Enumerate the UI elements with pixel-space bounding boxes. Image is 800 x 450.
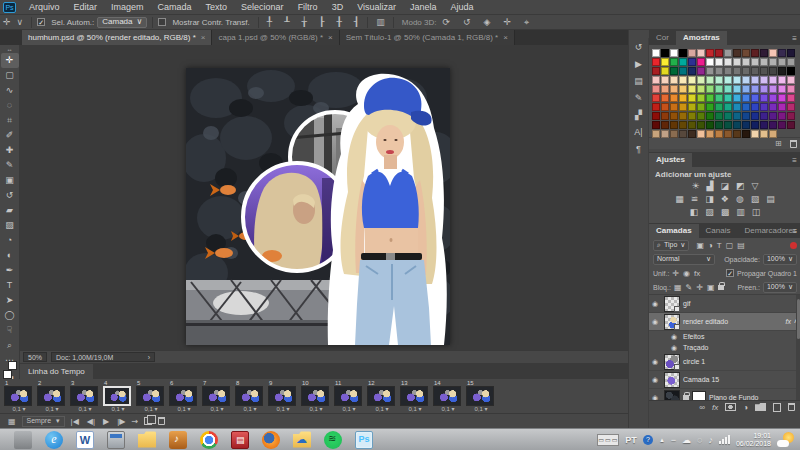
layer-row-plano-de-fundo[interactable]: ◉Plano de Fundo [649, 389, 800, 400]
touch-keyboard-icon[interactable]: ▭▭▭ [597, 434, 619, 446]
visibility-eye-icon[interactable]: ◉ [652, 358, 661, 366]
swatch-9-3[interactable] [679, 130, 687, 138]
swatch-0-5[interactable] [697, 49, 705, 57]
swatch-1-9[interactable] [733, 58, 741, 66]
type-tool[interactable]: T [1, 278, 19, 293]
swatch-1-14[interactable] [778, 58, 786, 66]
swatch-2-3[interactable] [679, 67, 687, 75]
swatch-0-11[interactable] [751, 49, 759, 57]
swatch-5-13[interactable] [769, 94, 777, 102]
swatch-4-2[interactable] [670, 85, 678, 93]
color-lookup-icon[interactable]: ▧ [751, 194, 760, 205]
swatch-2-11[interactable] [751, 67, 759, 75]
eyedropper-tool[interactable]: ✐ [1, 128, 19, 143]
swatch-7-1[interactable] [661, 112, 669, 120]
unify-icon-1[interactable]: ◉ [683, 269, 690, 278]
visibility-eye-icon[interactable]: ◉ [652, 300, 661, 308]
remote-desktop-app[interactable] [107, 431, 125, 449]
swatch-5-12[interactable] [760, 94, 768, 102]
frame-delay-dropdown[interactable]: 0,1 ▾ [169, 406, 199, 413]
brightness-contrast-icon[interactable]: ☀ [692, 181, 700, 192]
preset-dropdown-arrow[interactable]: ∨ [14, 17, 27, 27]
swatch-0-1[interactable] [661, 49, 669, 57]
swatch-6-15[interactable] [787, 103, 795, 111]
history-brush-tool[interactable]: ↺ [1, 188, 19, 203]
frame-thumbnail[interactable] [202, 386, 230, 406]
frame-delay-dropdown[interactable]: 0,1 ▾ [367, 406, 397, 413]
swatch-7-5[interactable] [697, 112, 705, 120]
swatch-2-2[interactable] [670, 67, 678, 75]
swatch-9-1[interactable] [661, 130, 669, 138]
frame-thumbnail[interactable] [136, 386, 164, 406]
align-button-2[interactable]: ╁ [299, 17, 310, 27]
swatch-4-1[interactable] [661, 85, 669, 93]
swatch-8-7[interactable] [715, 121, 723, 129]
swatch-3-11[interactable] [751, 76, 759, 84]
blur-tool[interactable]: ◔ [1, 233, 19, 248]
swatch-8-11[interactable] [751, 121, 759, 129]
mode3d-button-3[interactable]: ✛ [501, 17, 515, 28]
swatch-7-14[interactable] [778, 112, 786, 120]
swatch-2-14[interactable] [778, 67, 786, 75]
swatch-9-12[interactable] [760, 130, 768, 138]
layer-row-gif[interactable]: ◉gif [649, 295, 800, 313]
move-tool[interactable]: ✛ [1, 53, 19, 68]
frame-thumbnail[interactable] [334, 386, 362, 406]
duplicate-frame-button[interactable] [144, 417, 152, 425]
swatch-1-10[interactable] [742, 58, 750, 66]
visibility-eye-icon[interactable]: ◉ [671, 333, 680, 341]
timeline-frame-7[interactable]: 70,1 ▾ [202, 380, 232, 413]
word-app[interactable]: W [76, 431, 94, 449]
fill-dropdown[interactable]: 100%∨ [763, 282, 797, 293]
swatch-6-7[interactable] [715, 103, 723, 111]
swatch-1-2[interactable] [670, 58, 678, 66]
swatch-8-4[interactable] [688, 121, 696, 129]
brush-panel-icon[interactable]: ✎ [630, 93, 648, 103]
timeline-frame-11[interactable]: 110,1 ▾ [334, 380, 364, 413]
doc-size-field[interactable]: Doc: 1,00M/19,0M› [51, 352, 155, 362]
swatch-2-8[interactable] [724, 67, 732, 75]
swatch-8-3[interactable] [679, 121, 687, 129]
menu-selecionar[interactable]: Selecionar [234, 0, 291, 15]
menu-ajuda[interactable]: Ajuda [444, 0, 481, 15]
gradient-tool[interactable]: ▨ [1, 218, 19, 233]
menu-editar[interactable]: Editar [67, 0, 105, 15]
devices-app[interactable] [14, 431, 32, 449]
swatch-9-13[interactable] [769, 130, 777, 138]
menu-texto[interactable]: Texto [199, 0, 235, 15]
link-layers-icon[interactable]: ∞ [699, 403, 705, 412]
swatch-2-5[interactable] [697, 67, 705, 75]
filter-kind-icon-1[interactable]: ◑ [708, 241, 713, 250]
lasso-tool[interactable]: ∿ [1, 83, 19, 98]
swatch-3-0[interactable] [652, 76, 660, 84]
swatch-3-8[interactable] [724, 76, 732, 84]
swatch-5-6[interactable] [706, 94, 714, 102]
frame-delay-dropdown[interactable]: 0,1 ▾ [70, 406, 100, 413]
swatch-1-1[interactable] [661, 58, 669, 66]
swatch-3-9[interactable] [733, 76, 741, 84]
photo-filter-icon[interactable]: ❖ [721, 194, 729, 205]
filter-kind-icon-2[interactable]: T [717, 241, 722, 250]
healing-brush-tool[interactable]: ✚ [1, 143, 19, 158]
media-player-app[interactable] [169, 431, 187, 449]
swatch-3-5[interactable] [697, 76, 705, 84]
delete-layer-icon[interactable] [788, 403, 795, 411]
onedrive-folder-app[interactable] [293, 431, 311, 449]
swatch-0-9[interactable] [733, 49, 741, 57]
lock-icon-2[interactable]: ✛ [696, 283, 703, 292]
frame-thumbnail[interactable] [433, 386, 461, 406]
swatch-4-12[interactable] [760, 85, 768, 93]
swatch-7-7[interactable] [715, 112, 723, 120]
internet-explorer-app[interactable]: e [45, 431, 63, 449]
swatch-0-12[interactable] [760, 49, 768, 57]
styles-panel-icon[interactable]: ▤ [630, 76, 648, 86]
vibrance-icon[interactable]: ▽ [752, 181, 759, 192]
layer-thumbnail[interactable] [664, 372, 680, 388]
blend-mode-dropdown[interactable]: Normal∨ [653, 254, 715, 265]
mode3d-button-2[interactable]: ◈ [481, 17, 494, 28]
crop-tool[interactable]: ⌗ [1, 113, 19, 128]
swatch-4-6[interactable] [706, 85, 714, 93]
unify-icon-2[interactable]: fx [694, 269, 700, 278]
swatch-2-12[interactable] [760, 67, 768, 75]
lut-icon[interactable]: ▤ [766, 194, 775, 205]
